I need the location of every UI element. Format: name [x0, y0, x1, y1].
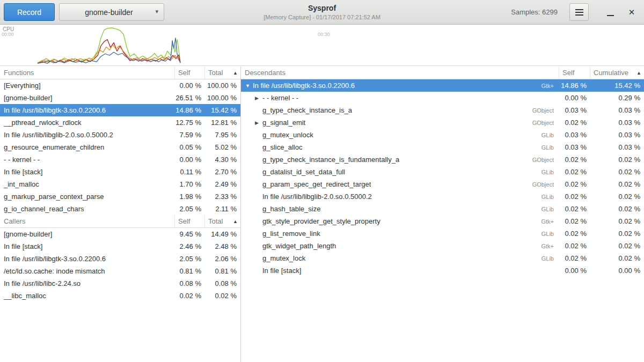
cumulative-value: 0.02 %: [590, 230, 644, 238]
table-row[interactable]: In file [stack] 2.46 % 2.48 %: [0, 240, 240, 253]
cumulative-value: 15.42 %: [590, 82, 644, 90]
process-selector-label: gnome-builder: [85, 8, 133, 17]
self-value: 0.81 %: [175, 267, 205, 275]
expander-icon[interactable]: ▼: [245, 83, 253, 88]
total-value: 15.42 %: [205, 106, 240, 114]
self-value: 0.02 %: [559, 193, 590, 201]
table-row[interactable]: __libc_malloc 0.02 % 0.02 %: [0, 290, 240, 302]
self-value: 2.46 %: [175, 242, 205, 250]
library-tag: GObject: [528, 181, 559, 188]
descendants-self-column-header[interactable]: Self: [559, 67, 590, 79]
window-title-block: Sysprof [Memory Capture] - 01/17/2017 07…: [264, 4, 380, 20]
table-row[interactable]: g_resource_enumerate_children 0.05 % 5.0…: [0, 141, 240, 153]
descendant-name-cell: ▶ - - kernel - -: [241, 94, 559, 102]
table-row[interactable]: g_list_remove_link GLib 0.02 % 0.02 %: [241, 227, 644, 240]
descendants-cumulative-column-header[interactable]: Cumulative ▲: [590, 67, 644, 79]
table-row[interactable]: gtk_style_provider_get_style_property Gt…: [241, 215, 644, 227]
table-row[interactable]: In file /usr/lib/libgtk-3.so.0.2200.6 14…: [0, 104, 240, 116]
close-button[interactable]: ✕: [623, 4, 640, 21]
self-value: 0.02 %: [559, 168, 590, 176]
functions-self-column-header[interactable]: Self: [175, 67, 205, 79]
library-tag: Gtk+: [537, 83, 559, 89]
table-row[interactable]: In file [stack] 0.00 % 0.00 %: [241, 264, 644, 277]
process-selector[interactable]: gnome-builder ▾: [59, 3, 164, 21]
function-name: In file /usr/lib/libgtk-3.so.0.2200.6: [0, 255, 175, 263]
callers-self-column-header[interactable]: Self: [175, 215, 205, 227]
table-row[interactable]: In file /usr/lib/libgtk-3.so.0.2200.6 2.…: [0, 253, 240, 265]
callers-column-header[interactable]: Callers: [0, 215, 175, 227]
table-row[interactable]: g_markup_parse_context_parse 1.98 % 2.33…: [0, 190, 240, 203]
library-tag: GLib: [537, 144, 559, 151]
table-row[interactable]: [gnome-builder] 26.51 % 100.00 %: [0, 92, 240, 104]
function-name: g_mutex_unlock: [262, 131, 313, 139]
expander-icon[interactable]: ▶: [255, 95, 262, 101]
minimize-button[interactable]: [602, 4, 619, 21]
total-value: 0.81 %: [205, 267, 240, 275]
table-row[interactable]: g_param_spec_get_redirect_target GObject…: [241, 178, 644, 190]
library-tag: GLib: [537, 206, 559, 212]
time-label-start: 00:00: [2, 32, 14, 37]
table-row[interactable]: g_slice_alloc GLib 0.03 % 0.03 %: [241, 141, 644, 153]
samples-count: Samples: 6299: [511, 8, 558, 16]
self-value: 0.05 %: [175, 143, 205, 151]
table-row[interactable]: [gnome-builder] 9.45 % 14.49 %: [0, 228, 240, 240]
self-value: 0.02 %: [559, 254, 590, 262]
function-name: In file [stack]: [0, 168, 175, 176]
table-row[interactable]: g_type_check_instance_is_a GObject 0.03 …: [241, 104, 644, 116]
close-icon: ✕: [628, 8, 635, 16]
cumulative-value: 0.02 %: [590, 217, 644, 225]
table-row[interactable]: ▼ In file /usr/lib/libgtk-3.so.0.2200.6 …: [241, 79, 644, 92]
expander-icon[interactable]: ▶: [255, 120, 262, 125]
total-value: 100.00 %: [205, 82, 240, 90]
table-row[interactable]: ▶ g_signal_emit GObject 0.02 % 0.03 %: [241, 116, 644, 129]
table-row[interactable]: _int_malloc 1.70 % 2.49 %: [0, 178, 240, 190]
descendants-column-header[interactable]: Descendants: [241, 67, 559, 79]
cumulative-value: 0.03 %: [590, 106, 644, 114]
table-row[interactable]: /etc/ld.so.cache: inode mismatch 0.81 % …: [0, 265, 240, 277]
cumulative-value: 0.03 %: [590, 143, 644, 151]
total-header-label: Total: [208, 217, 223, 225]
table-row[interactable]: g_datalist_id_set_data_full GLib 0.02 % …: [241, 166, 644, 178]
function-name: g_mutex_lock: [262, 254, 305, 262]
self-value: 0.03 %: [559, 106, 590, 114]
record-button[interactable]: Record: [4, 3, 55, 21]
callers-table-header: Callers Self Total ▲: [0, 215, 240, 228]
total-value: 2.06 %: [205, 255, 240, 263]
table-row[interactable]: - - kernel - - 0.00 % 4.30 %: [0, 153, 240, 166]
descendant-name-cell: ▼ In file /usr/lib/libgtk-3.so.0.2200.6 …: [241, 82, 559, 90]
library-tag: GLib: [537, 132, 559, 138]
table-row[interactable]: ▶ - - kernel - - 0.00 % 0.29 %: [241, 92, 644, 104]
descendant-name-cell: g_type_check_instance_is_fundamentally_a…: [241, 156, 559, 164]
table-row[interactable]: [Everything] 0.00 % 100.00 %: [0, 79, 240, 92]
self-value: 14.86 %: [175, 106, 205, 114]
function-name: In file /usr/lib/libc-2.24.so: [0, 279, 175, 287]
self-value: 0.03 %: [559, 131, 590, 139]
cpu-series-line-0: [38, 28, 180, 63]
total-value: 2.11 %: [205, 205, 240, 213]
table-row[interactable]: g_io_channel_read_chars 2.05 % 2.11 %: [0, 203, 240, 215]
function-name: _int_malloc: [0, 180, 175, 188]
self-value: 0.00 %: [559, 267, 590, 275]
cumulative-value: 0.02 %: [590, 180, 644, 188]
functions-column-header[interactable]: Functions: [0, 67, 175, 79]
table-row[interactable]: In file /usr/lib/libglib-2.0.so.0.5000.2…: [241, 190, 644, 203]
function-name: __pthread_rwlock_rdlock: [0, 119, 175, 127]
menu-button[interactable]: [569, 3, 589, 21]
function-name: - - kernel - -: [262, 94, 298, 102]
total-value: 2.70 %: [205, 168, 240, 176]
table-row[interactable]: In file [stack] 0.11 % 2.70 %: [0, 166, 240, 178]
table-row[interactable]: g_mutex_lock GLib 0.02 % 0.02 %: [241, 252, 644, 264]
table-row[interactable]: g_mutex_unlock GLib 0.03 % 0.03 %: [241, 129, 644, 141]
functions-rows: [Everything] 0.00 % 100.00 % [gnome-buil…: [0, 79, 240, 215]
cpu-graph[interactable]: CPU 00:00 00:30: [0, 25, 644, 66]
library-tag: GLib: [537, 169, 559, 175]
table-row[interactable]: __pthread_rwlock_rdlock 12.75 % 12.81 %: [0, 116, 240, 129]
functions-total-column-header[interactable]: Total ▲: [205, 67, 240, 79]
callers-total-column-header[interactable]: Total ▲: [205, 215, 240, 227]
table-row[interactable]: g_hash_table_size GLib 0.02 % 0.02 %: [241, 203, 644, 215]
table-row[interactable]: In file /usr/lib/libglib-2.0.so.0.5000.2…: [0, 129, 240, 141]
table-row[interactable]: g_type_check_instance_is_fundamentally_a…: [241, 153, 644, 166]
table-row[interactable]: In file /usr/lib/libc-2.24.so 0.08 % 0.0…: [0, 277, 240, 290]
table-row[interactable]: gtk_widget_path_length Gtk+ 0.02 % 0.02 …: [241, 240, 644, 252]
self-value: 2.05 %: [175, 205, 205, 213]
